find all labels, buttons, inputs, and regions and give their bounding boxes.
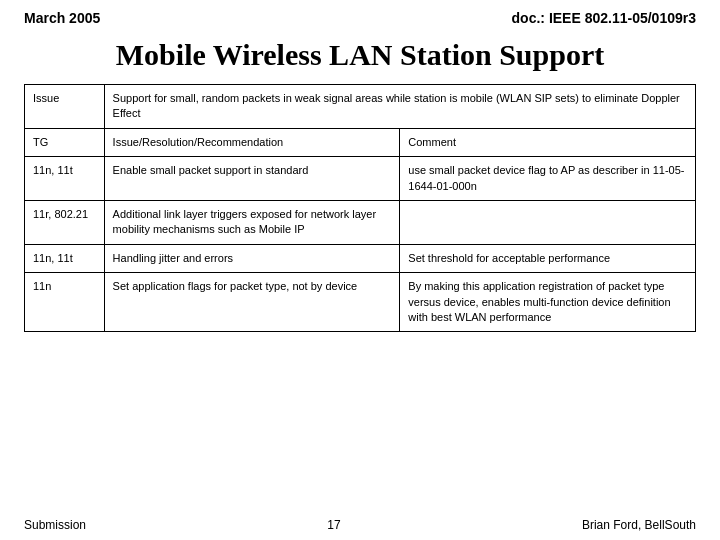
row3-comment: Set threshold for acceptable performance — [400, 244, 696, 272]
issue-description-row: Issue Support for small, random packets … — [25, 85, 696, 129]
row3-tg: 11n, 11t — [25, 244, 105, 272]
page-header: March 2005 doc.: IEEE 802.11-05/0109r3 — [0, 0, 720, 30]
row2-comment — [400, 200, 696, 244]
row1-issue: Enable small packet support in standard — [104, 157, 400, 201]
table-header-row: TG Issue/Resolution/Recommendation Comme… — [25, 128, 696, 156]
row4-comment: By making this application registration … — [400, 273, 696, 332]
table-row: 11r, 802.21 Additional link layer trigge… — [25, 200, 696, 244]
table-row: 11n, 11t Handling jitter and errors Set … — [25, 244, 696, 272]
row2-issue: Additional link layer triggers exposed f… — [104, 200, 400, 244]
table-row: 11n, 11t Enable small packet support in … — [25, 157, 696, 201]
row1-comment: use small packet device flag to AP as de… — [400, 157, 696, 201]
row3-issue: Handling jitter and errors — [104, 244, 400, 272]
row1-tg: 11n, 11t — [25, 157, 105, 201]
footer-page-number: 17 — [327, 518, 340, 532]
row4-issue: Set application flags for packet type, n… — [104, 273, 400, 332]
header-date: March 2005 — [24, 10, 100, 26]
col-comment-header: Comment — [400, 128, 696, 156]
row4-tg: 11n — [25, 273, 105, 332]
page-footer: Submission 17 Brian Ford, BellSouth — [0, 508, 720, 540]
issue-label: Issue — [25, 85, 105, 129]
col-tg-header: TG — [25, 128, 105, 156]
issue-text: Support for small, random packets in wea… — [104, 85, 695, 129]
table-row: 11n Set application flags for packet typ… — [25, 273, 696, 332]
col-issue-header: Issue/Resolution/Recommendation — [104, 128, 400, 156]
footer-author: Brian Ford, BellSouth — [582, 518, 696, 532]
page-title: Mobile Wireless LAN Station Support — [24, 38, 696, 72]
row2-tg: 11r, 802.21 — [25, 200, 105, 244]
title-section: Mobile Wireless LAN Station Support — [0, 30, 720, 84]
main-table: Issue Support for small, random packets … — [24, 84, 696, 332]
header-doc: doc.: IEEE 802.11-05/0109r3 — [512, 10, 696, 26]
footer-submission: Submission — [24, 518, 86, 532]
content-table-wrapper: Issue Support for small, random packets … — [0, 84, 720, 332]
